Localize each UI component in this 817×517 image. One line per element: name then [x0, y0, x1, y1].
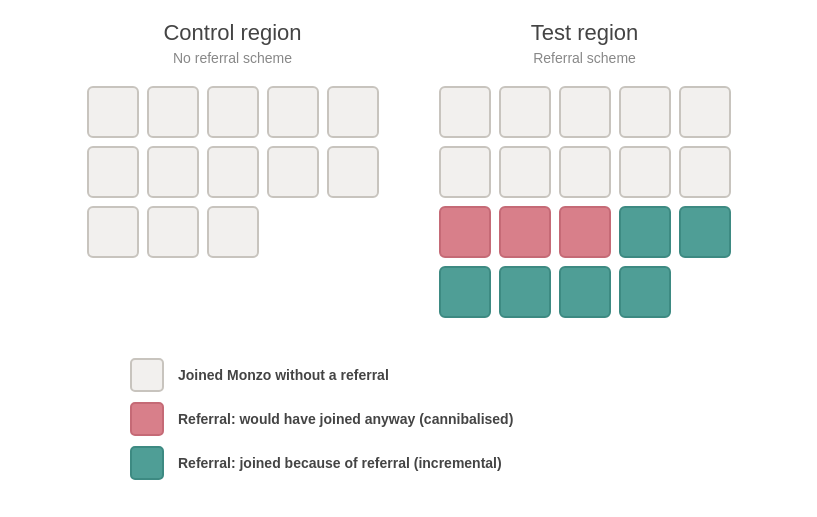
grid-cell-pink [439, 206, 491, 258]
grid-cell-white [619, 86, 671, 138]
grid-cell-white [147, 146, 199, 198]
grid-cell-white [147, 86, 199, 138]
legend-swatch-teal [130, 446, 164, 480]
grid-cell-white [679, 86, 731, 138]
grid-cell-white [207, 146, 259, 198]
test-grid [439, 86, 731, 318]
grid-cell-white [87, 146, 139, 198]
grid-cell-pink [559, 206, 611, 258]
legend-swatch-pink [130, 402, 164, 436]
grid-cell-white [327, 86, 379, 138]
grid-row [439, 266, 731, 318]
grid-cell-white [87, 86, 139, 138]
grid-cell-white [207, 206, 259, 258]
grid-row [439, 86, 731, 138]
control-subtitle: No referral scheme [173, 50, 292, 66]
test-region: Test region Referral scheme [439, 20, 731, 318]
grid-cell-white [559, 86, 611, 138]
legend-swatch-white [130, 358, 164, 392]
grid-cell-white [499, 146, 551, 198]
control-region: Control region No referral scheme [87, 20, 379, 258]
legend: Joined Monzo without a referralReferral:… [0, 358, 817, 480]
grid-row [87, 206, 379, 258]
grid-row [87, 146, 379, 198]
grid-cell-teal [559, 266, 611, 318]
grid-cell-white [439, 146, 491, 198]
grid-cell-white [267, 146, 319, 198]
legend-item: Referral: joined because of referral (in… [130, 446, 817, 480]
legend-label: Referral: joined because of referral (in… [178, 455, 502, 471]
grid-cell-teal [499, 266, 551, 318]
grid-cell-white [87, 206, 139, 258]
control-title: Control region [163, 20, 301, 46]
grid-cell-white [679, 146, 731, 198]
grid-cell-teal [619, 206, 671, 258]
grid-cell-white [619, 146, 671, 198]
grid-cell-white [439, 86, 491, 138]
legend-label: Joined Monzo without a referral [178, 367, 389, 383]
grid-cell-teal [679, 206, 731, 258]
grid-cell-teal [619, 266, 671, 318]
grid-cell-white [499, 86, 551, 138]
grid-row [87, 86, 379, 138]
grid-cell-white [327, 146, 379, 198]
legend-item: Joined Monzo without a referral [130, 358, 817, 392]
grid-cell-white [267, 86, 319, 138]
grid-cell-teal [439, 266, 491, 318]
grid-cell-pink [499, 206, 551, 258]
control-grid [87, 86, 379, 258]
grid-row [439, 146, 731, 198]
test-subtitle: Referral scheme [533, 50, 636, 66]
grid-row [439, 206, 731, 258]
grid-cell-white [147, 206, 199, 258]
legend-item: Referral: would have joined anyway (cann… [130, 402, 817, 436]
grid-cell-white [559, 146, 611, 198]
main-content: Control region No referral scheme Test r… [0, 0, 817, 318]
legend-label: Referral: would have joined anyway (cann… [178, 411, 513, 427]
grid-cell-white [207, 86, 259, 138]
test-title: Test region [531, 20, 639, 46]
